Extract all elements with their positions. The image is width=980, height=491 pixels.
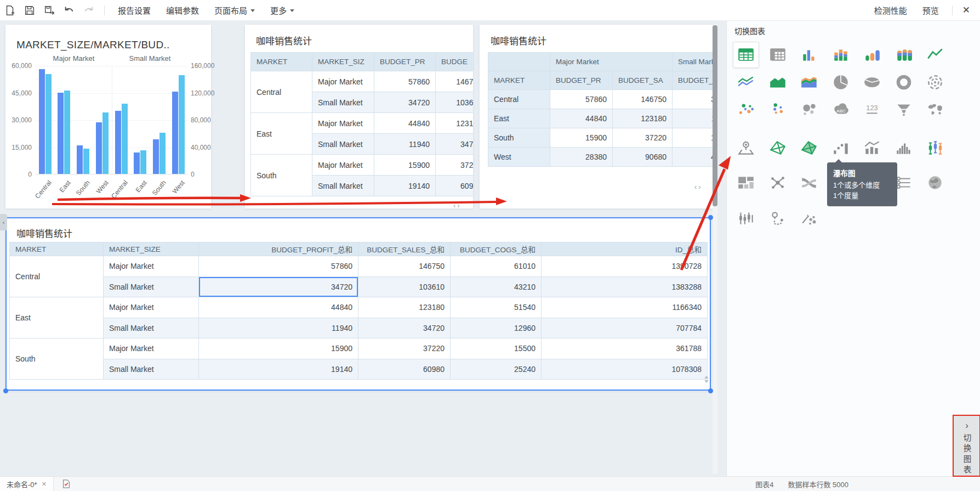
column-header[interactable]: MARKET_SIZ (312, 53, 374, 71)
report-status-icon[interactable] (61, 479, 71, 489)
value-cell[interactable]: 34720 (673, 90, 714, 109)
value-cell[interactable]: 123180 (358, 297, 451, 318)
bar-chart-widget[interactable]: MARKET_SIZE/MARKET/BUD.. Major MarketSma… (5, 25, 211, 208)
market-cell[interactable]: East (251, 113, 312, 155)
pager-icon[interactable]: ‹› (694, 183, 703, 191)
bubble-chart-icon[interactable] (798, 99, 820, 121)
filled-radar-chart-icon[interactable] (798, 137, 820, 159)
column-header[interactable]: BUDGET_SALES_总和 (358, 242, 451, 256)
value-cell[interactable]: 11940 (673, 109, 714, 128)
grouped-table-icon[interactable] (735, 44, 757, 66)
column-header[interactable]: MARKET (251, 53, 312, 71)
bar-series2-light-blue[interactable] (102, 112, 109, 174)
menu-item-2[interactable]: 编辑参数 (166, 4, 199, 16)
rose-chart-icon[interactable] (924, 71, 946, 93)
column-header[interactable]: BUDGET_PR (673, 71, 714, 90)
check-performance-button[interactable]: 检测性能 (874, 4, 907, 16)
value-cell[interactable]: 34720 (199, 276, 358, 297)
value-cell[interactable]: 25240 (451, 359, 542, 380)
market-size-cell[interactable]: Major Market (104, 338, 199, 359)
value-cell[interactable]: 37220 (436, 155, 474, 176)
market-cell[interactable]: Central (251, 71, 312, 113)
table-scroll-arrows[interactable] (704, 376, 709, 383)
3d-bar-chart-icon[interactable] (861, 44, 883, 66)
value-cell[interactable]: 43210 (451, 276, 542, 297)
market-cell[interactable]: East (488, 109, 550, 128)
bar-series2-light-blue[interactable] (122, 104, 128, 174)
market-size-cell[interactable]: Major Market (312, 113, 374, 134)
value-cell[interactable]: 103610 (358, 276, 451, 297)
group-header[interactable]: Small Market (673, 53, 714, 71)
bar-series2-light-blue[interactable] (179, 75, 185, 174)
canvas-scrollbar[interactable] (713, 24, 717, 474)
pager-icon[interactable]: ‹› (453, 201, 461, 208)
market-cell[interactable]: South (251, 155, 312, 196)
market-size-cell[interactable]: Small Market (312, 176, 374, 196)
bar-series2-light-blue[interactable] (83, 149, 89, 174)
grouped-table-widget[interactable]: 咖啡销售统计 MARKETMARKET_SIZBUDGET_PRBUDGECen… (245, 25, 473, 208)
value-cell[interactable]: 44840 (199, 297, 358, 318)
value-cell[interactable]: 19140 (199, 359, 358, 380)
table-row[interactable]: South159003722019140 (488, 128, 714, 148)
column-header[interactable]: MARKET (10, 242, 104, 256)
market-cell[interactable]: Central (488, 90, 550, 109)
funnel-chart-icon[interactable] (893, 99, 915, 121)
value-cell[interactable]: 146750 (436, 71, 474, 92)
redo-icon[interactable] (82, 4, 95, 17)
table-row[interactable]: East4484012318011940 (488, 109, 714, 128)
value-cell[interactable]: 34720 (358, 318, 451, 338)
value-cell[interactable]: 34720 (436, 134, 474, 155)
report-tab[interactable]: 未命名-0* ✕ (0, 477, 54, 491)
table-row[interactable]: Small Market119403472012960707784 (10, 318, 708, 338)
menu-item-4[interactable]: 更多 (270, 4, 294, 16)
value-cell[interactable]: 57860 (374, 71, 436, 92)
value-cell[interactable]: 37220 (613, 128, 673, 148)
menu-item-1[interactable]: 报告设置 (118, 4, 151, 16)
table-row[interactable]: SouthMajor Market1590037220 (251, 155, 474, 176)
table-row[interactable]: West283809068045480 (488, 148, 714, 167)
save-as-icon[interactable] (43, 4, 56, 17)
value-cell[interactable]: 45480 (673, 148, 714, 167)
bar-series1-dark-blue[interactable] (77, 145, 83, 174)
kpi-card-icon[interactable]: 123 (861, 99, 883, 121)
network-graph-icon[interactable] (767, 172, 789, 194)
value-cell[interactable]: 123180 (436, 113, 474, 134)
bar-series2-light-blue[interactable] (140, 150, 146, 174)
bar-series1-dark-blue[interactable] (115, 111, 121, 174)
table-row[interactable]: Small Market34720103610432101383288 (10, 276, 708, 297)
resize-handle[interactable] (3, 388, 8, 393)
preview-button[interactable]: 预览 (922, 4, 939, 16)
line-chart-icon[interactable] (924, 44, 946, 66)
market-size-cell[interactable]: Major Market (312, 155, 374, 176)
value-cell[interactable]: 61010 (451, 256, 542, 277)
waterfall-chart-icon[interactable] (830, 137, 852, 159)
value-cell[interactable]: 44840 (550, 109, 613, 128)
bar-series1-dark-blue[interactable] (172, 92, 178, 174)
value-cell[interactable]: 146750 (358, 256, 451, 277)
globe-map-icon[interactable] (924, 172, 946, 194)
value-cell[interactable]: 19140 (673, 128, 714, 148)
value-cell[interactable]: 707784 (542, 318, 708, 338)
new-report-icon[interactable] (3, 4, 16, 17)
smart-scatter-icon[interactable] (798, 207, 820, 229)
column-header[interactable]: BUDGE (436, 53, 474, 71)
value-cell[interactable]: 15900 (199, 338, 358, 359)
column-header[interactable]: ID_总和 (542, 242, 708, 256)
table-row[interactable]: Small Market1914060980252401078308 (10, 359, 708, 380)
value-cell[interactable]: 15500 (451, 338, 542, 359)
close-icon[interactable]: ✕ (962, 4, 970, 16)
value-cell[interactable]: 103610 (436, 92, 474, 113)
value-cell[interactable]: 1078308 (542, 359, 708, 380)
column-header[interactable]: MARKET (488, 71, 550, 90)
bar-series1-dark-blue[interactable] (96, 122, 102, 174)
area-chart-icon[interactable] (767, 71, 789, 93)
table-row[interactable]: Central5786014675034720 (488, 90, 714, 109)
combo-chart-icon[interactable] (861, 137, 883, 159)
sankey-chart-icon[interactable] (798, 172, 820, 194)
value-cell[interactable]: 19140 (374, 176, 436, 196)
bar-series1-dark-blue[interactable] (153, 139, 159, 174)
value-cell[interactable]: 11940 (374, 134, 436, 155)
multi-line-chart-icon[interactable] (735, 71, 757, 93)
value-cell[interactable]: 60980 (358, 359, 451, 380)
canvas-scrollbar-thumb[interactable] (713, 25, 717, 206)
